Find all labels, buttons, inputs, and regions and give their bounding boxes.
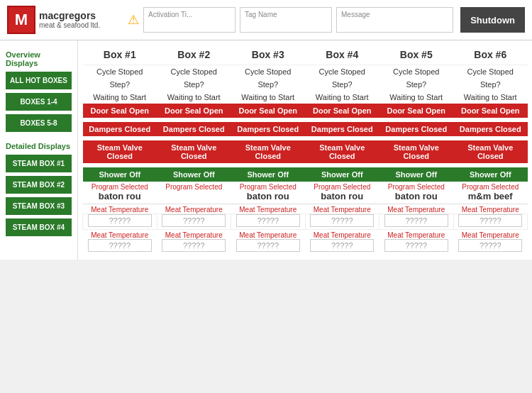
step-3: Step? <box>231 78 306 91</box>
steam-box-1-button[interactable]: STEAM BOX #1 <box>6 155 72 172</box>
meat-temp-label-1: Meat Temperature <box>83 204 157 214</box>
step-1: Step? <box>83 78 157 91</box>
door-seal-5: Door Seal Open <box>379 104 454 118</box>
door-seal-row: Door Seal Open Door Seal Open Door Seal … <box>83 104 528 118</box>
meat-temp-input-6[interactable] <box>458 214 522 227</box>
steam-valve-5: Steam Valve Closed <box>379 140 454 163</box>
shutdown-button[interactable]: Shutdown <box>460 7 525 33</box>
meat-temp-label-row: Meat Temperature Meat Temperature Meat T… <box>83 204 528 214</box>
meat-temp-label2-4: Meat Temperature <box>305 230 379 240</box>
shower-off-row: Shower Off Shower Off Shower Off Shower … <box>83 167 528 182</box>
cycle-stoped-3: Cycle Stoped <box>231 65 306 79</box>
meat-temp-val2-6 <box>453 239 528 254</box>
meat-temp-val-1 <box>83 214 157 230</box>
meat-temp-input2-1[interactable] <box>88 239 152 252</box>
steam-valve-6: Steam Valve Closed <box>453 140 528 163</box>
program-val-4: baton rou <box>305 191 379 204</box>
program-label-4: Program Selected <box>305 182 379 191</box>
meat-temp-val-3 <box>231 214 306 230</box>
meat-temp-input-5[interactable] <box>384 214 448 227</box>
program-value-row: baton rou baton rou baton rou baton rou … <box>83 191 528 204</box>
program-label-1: Program Selected <box>83 182 157 191</box>
program-label-5: Program Selected <box>379 182 454 191</box>
waiting-3: Waiting to Start <box>231 91 306 104</box>
cycle-stoped-2: Cycle Stoped <box>157 65 231 79</box>
boxes-1-4-button[interactable]: BOXES 1-4 <box>6 93 72 111</box>
meat-temp-val2-2 <box>157 239 231 254</box>
waiting-6: Waiting to Start <box>453 91 528 104</box>
header: M macgregors meat & seafood ltd. ⚠ Activ… <box>0 0 532 40</box>
logo-letter: M <box>15 11 28 29</box>
steam-box-4-button[interactable]: STEAM BOX #4 <box>6 218 72 236</box>
col-header-4: Box #4 <box>305 46 379 65</box>
shower-off-3: Shower Off <box>231 167 306 182</box>
meat-temp-val2-1 <box>83 239 157 254</box>
col-header-1: Box #1 <box>83 46 157 65</box>
warning-icon: ⚠ <box>128 12 139 28</box>
dampers-3: Dampers Closed <box>231 122 306 136</box>
shower-off-6: Shower Off <box>453 167 528 182</box>
waiting-5: Waiting to Start <box>379 91 454 104</box>
dampers-2: Dampers Closed <box>157 122 231 136</box>
logo-text: macgregors meat & seafood ltd. <box>39 10 100 31</box>
door-seal-4: Door Seal Open <box>305 104 379 118</box>
program-val-5: baton rou <box>379 191 454 204</box>
steam-valve-2: Steam Valve Closed <box>157 140 231 163</box>
brand-name: macgregors <box>39 10 100 22</box>
cycle-stoped-1: Cycle Stoped <box>83 65 157 79</box>
boxes-5-8-button[interactable]: BOXES 5-8 <box>6 114 72 132</box>
steam-valve-4: Steam Valve Closed <box>305 140 379 163</box>
program-val-3: baton rou <box>231 191 306 204</box>
meat-temp-val-4 <box>305 214 379 230</box>
dampers-6: Dampers Closed <box>453 122 528 136</box>
dampers-4: Dampers Closed <box>305 122 379 136</box>
meat-temp-val-row <box>83 214 528 230</box>
waiting-row: Waiting to Start Waiting to Start Waitin… <box>83 91 528 104</box>
logo-area: M macgregors meat & seafood ltd. <box>7 6 121 34</box>
brand-sub: meat & seafood ltd. <box>39 21 100 30</box>
meat-temp-input-1[interactable] <box>88 214 152 227</box>
meat-temp-val2-4 <box>305 239 379 254</box>
meat-temp-val-row2 <box>83 239 528 254</box>
header-row: Box #1 Box #2 Box #3 Box #4 Box #5 Box #… <box>83 46 528 65</box>
step-6: Step? <box>453 78 528 91</box>
program-val-2 <box>157 191 231 204</box>
meat-temp-input2-2[interactable] <box>162 239 226 252</box>
meat-temp-label-4: Meat Temperature <box>305 204 379 214</box>
door-seal-3: Door Seal Open <box>231 104 306 118</box>
program-label-6: Program Selected <box>453 182 528 191</box>
steam-box-2-button[interactable]: STEAM BOX #2 <box>6 176 72 194</box>
cycle-stoped-6: Cycle Stoped <box>453 65 528 79</box>
logo-box: M <box>7 6 35 34</box>
meat-temp-input2-3[interactable] <box>236 239 300 252</box>
step-2: Step? <box>157 78 231 91</box>
steam-valve-1: Steam Valve Closed <box>83 140 157 163</box>
shower-off-5: Shower Off <box>379 167 454 182</box>
shower-off-1: Shower Off <box>83 167 157 182</box>
meat-temp-label-6: Meat Temperature <box>453 204 528 214</box>
overview-section-label: Overview Displays <box>6 50 72 67</box>
meat-temp-label2-2: Meat Temperature <box>157 230 231 240</box>
dampers-row: Dampers Closed Dampers Closed Dampers Cl… <box>83 122 528 136</box>
steam-box-3-button[interactable]: STEAM BOX #3 <box>6 197 72 215</box>
meat-temp-input2-6[interactable] <box>458 239 522 252</box>
meat-temp-label2-3: Meat Temperature <box>231 230 306 240</box>
tagname-field: Tag Name <box>240 7 332 33</box>
meat-temp-val-5 <box>379 214 454 230</box>
cycle-stoped-5: Cycle Stoped <box>379 65 454 79</box>
meat-temp-input-4[interactable] <box>310 214 374 227</box>
program-label-row: Program Selected Program Selected Progra… <box>83 182 528 191</box>
col-header-6: Box #6 <box>453 46 528 65</box>
meat-temp-input2-4[interactable] <box>310 239 374 252</box>
shower-off-4: Shower Off <box>305 167 379 182</box>
waiting-2: Waiting to Start <box>157 91 231 104</box>
grid-area: Box #1 Box #2 Box #3 Box #4 Box #5 Box #… <box>78 40 532 260</box>
col-header-2: Box #2 <box>157 46 231 65</box>
step-5: Step? <box>379 78 454 91</box>
all-hot-boxes-button[interactable]: ALL HOT BOXES <box>6 72 72 89</box>
program-label-2: Program Selected <box>157 182 231 191</box>
meat-temp-input2-5[interactable] <box>384 239 448 252</box>
meat-temp-val2-3 <box>231 239 306 254</box>
meat-temp-input-3[interactable] <box>236 214 300 227</box>
meat-temp-input-2[interactable] <box>162 214 226 227</box>
